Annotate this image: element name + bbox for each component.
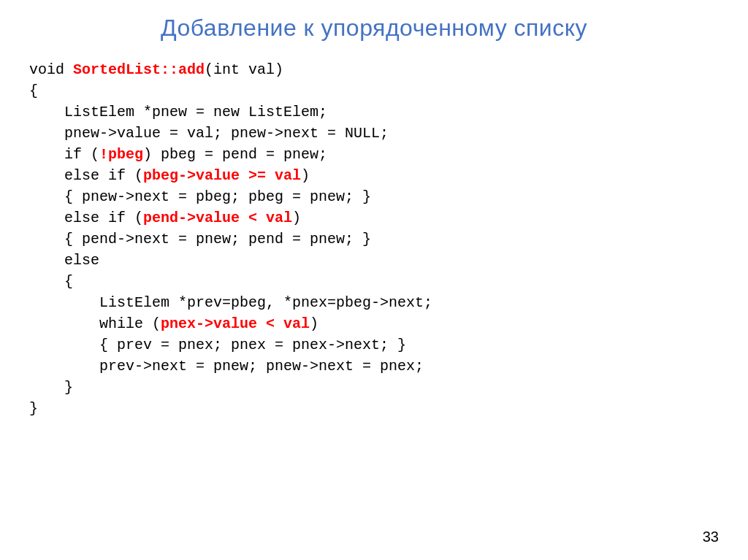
slide-title: Добавление к упорядоченному списку <box>29 15 719 42</box>
code-text: { prev = pnex; pnex = pnex->next; } <box>29 337 406 353</box>
code-keyword: !pbeg <box>99 146 143 163</box>
page-number: 33 <box>703 529 719 545</box>
code-block: void SortedList::add(int val) { ListElem… <box>29 59 719 419</box>
code-text: { pend->next = pnew; pend = pnew; } <box>29 231 371 248</box>
code-text: ) <box>310 315 318 332</box>
code-line-3: ListElem *pnew = new ListElem; <box>29 101 719 123</box>
code-line-8: else if (pend->value < val) <box>29 207 719 229</box>
code-text: ListElem *pnew = new ListElem; <box>29 104 327 120</box>
code-line-14: { prev = pnex; pnex = pnex->next; } <box>29 334 719 356</box>
code-text: pnew->value = val; pnew->next = NULL; <box>29 125 389 142</box>
code-text: { <box>29 273 73 290</box>
code-line-13: while (pnex->value < val) <box>29 313 719 334</box>
code-line-1: void SortedList::add(int val) <box>29 59 719 80</box>
code-text: ) pbeg = pend = pnew; <box>143 146 327 163</box>
code-text: } <box>29 400 38 417</box>
code-line-9: { pend->next = pnew; pend = pnew; } <box>29 229 719 250</box>
code-text: void <box>29 61 73 78</box>
code-line-11: { <box>29 271 719 292</box>
code-text: { <box>29 83 38 99</box>
code-text: ListElem *prev=pbeg, *pnex=pbeg->next; <box>29 294 432 311</box>
code-text: } <box>29 379 73 396</box>
code-text: if ( <box>29 146 99 163</box>
code-keyword: pnex->value < val <box>161 315 310 332</box>
code-keyword: pbeg->value >= val <box>143 167 301 184</box>
code-text: while ( <box>29 315 161 332</box>
code-keyword: pend->value < val <box>143 210 292 226</box>
code-line-16: } <box>29 377 719 398</box>
code-text: else if ( <box>29 210 143 226</box>
code-line-2: { <box>29 80 719 101</box>
code-line-5: if (!pbeg) pbeg = pend = pnew; <box>29 144 719 165</box>
code-text: { pnew->next = pbeg; pbeg = pnew; } <box>29 188 371 205</box>
code-line-6: else if (pbeg->value >= val) <box>29 165 719 186</box>
code-line-17: } <box>29 398 719 419</box>
slide-container: Добавление к упорядоченному списку void … <box>0 0 748 560</box>
code-text: else if ( <box>29 167 143 184</box>
code-text: ) <box>292 210 301 226</box>
code-text: (int val) <box>205 61 283 78</box>
code-line-12: ListElem *prev=pbeg, *pnex=pbeg->next; <box>29 292 719 313</box>
code-line-10: else <box>29 250 719 271</box>
code-line-7: { pnew->next = pbeg; pbeg = pnew; } <box>29 186 719 207</box>
code-line-15: prev->next = pnew; pnew->next = pnex; <box>29 356 719 377</box>
code-keyword: SortedList::add <box>73 61 205 78</box>
code-text: ) <box>301 167 310 184</box>
code-text: else <box>29 252 99 269</box>
code-line-4: pnew->value = val; pnew->next = NULL; <box>29 123 719 144</box>
code-text: prev->next = pnew; pnew->next = pnex; <box>29 358 424 375</box>
